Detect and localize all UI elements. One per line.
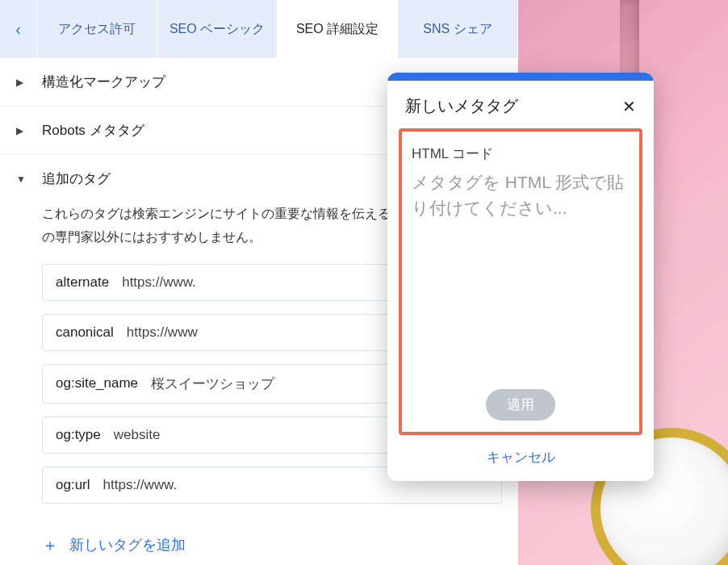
tag-value: https://www. (103, 477, 178, 493)
html-code-label: HTML コード (412, 144, 630, 163)
back-button[interactable]: ‹ (0, 0, 37, 58)
cancel-button[interactable]: キャンセル (387, 443, 654, 481)
tab-bar: ‹ アクセス許可 SEO ベーシック SEO 詳細設定 SNS シェア (0, 0, 518, 58)
tag-value: 桜スイーツショップ (151, 375, 274, 393)
dialog-title: 新しいメタタグ (405, 95, 518, 117)
section-title: Robots メタタグ (42, 121, 144, 140)
caret-right-icon: ▶ (16, 77, 27, 88)
plus-icon: ＋ (42, 534, 58, 556)
tab-sns-share[interactable]: SNS シェア (398, 0, 518, 58)
tab-seo-basic[interactable]: SEO ベーシック (157, 0, 278, 58)
tag-value: website (114, 427, 161, 443)
dialog-body-highlight: HTML コード メタタグを HTML 形式で貼り付けてください... 適用 (399, 128, 642, 435)
close-icon[interactable]: ✕ (622, 97, 636, 116)
tag-value: https://www. (122, 274, 196, 291)
add-tag-label: 新しいタグを追加 (69, 535, 186, 555)
html-code-input[interactable]: メタタグを HTML 形式で貼り付けてください... (412, 170, 630, 381)
section-title: 追加のタグ (42, 170, 111, 188)
new-meta-tag-dialog: 新しいメタタグ ✕ HTML コード メタタグを HTML 形式で貼り付けてくだ… (387, 73, 654, 481)
tag-key: og:site_name (56, 375, 138, 391)
tab-access[interactable]: アクセス許可 (37, 0, 157, 58)
tag-key: alternate (56, 274, 109, 291)
chevron-left-icon: ‹ (15, 20, 21, 39)
add-new-tag-button[interactable]: ＋ 新しいタグを追加 (0, 525, 518, 556)
tag-key: canonical (56, 324, 114, 341)
section-title: 構造化マークアップ (42, 73, 165, 91)
tag-key: og:type (56, 427, 101, 443)
caret-right-icon: ▶ (16, 125, 27, 136)
tag-key: og:url (56, 477, 90, 493)
tab-seo-advanced[interactable]: SEO 詳細設定 (278, 0, 398, 58)
caret-down-icon: ▼ (16, 174, 27, 185)
apply-button[interactable]: 適用 (486, 389, 555, 421)
tag-value: https://www (127, 324, 198, 341)
